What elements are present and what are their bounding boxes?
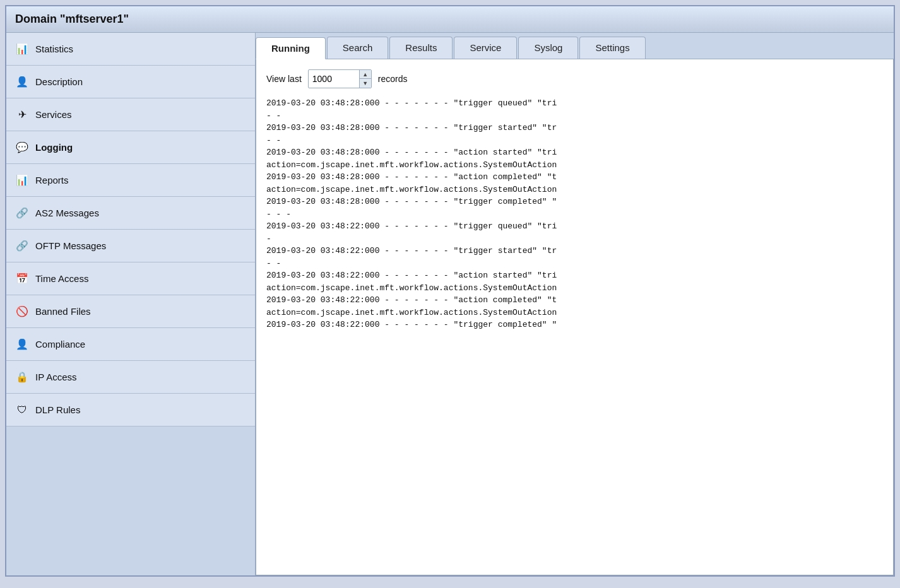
- sidebar-item-as2-messages[interactable]: 🔗 AS2 Messages: [6, 197, 255, 230]
- time-access-icon: 📅: [15, 272, 29, 286]
- main-panel: Running Search Results Service Syslog Se…: [256, 33, 894, 575]
- tab-results[interactable]: Results: [389, 37, 453, 59]
- view-last-bar: View last ▲ ▼ records: [266, 69, 883, 88]
- sidebar-item-time-access[interactable]: 📅 Time Access: [6, 262, 255, 295]
- tab-service[interactable]: Service: [454, 37, 517, 59]
- sidebar-label-description: Description: [35, 76, 83, 87]
- as2-icon: 🔗: [15, 206, 29, 220]
- sidebar-item-description[interactable]: 👤 Description: [6, 66, 255, 98]
- log-line: - -: [266, 110, 883, 122]
- log-line: -: [266, 233, 883, 245]
- sidebar-item-oftp-messages[interactable]: 🔗 OFTP Messages: [6, 230, 255, 262]
- sidebar-item-compliance[interactable]: 👤 Compliance: [6, 328, 255, 361]
- sidebar-label-oftp: OFTP Messages: [35, 240, 106, 251]
- log-line: 2019-03-20 03:48:22:000 - - - - - - - "a…: [266, 269, 883, 282]
- log-line: - -: [266, 134, 883, 147]
- sidebar-label-as2: AS2 Messages: [35, 208, 99, 218]
- spinner-up-button[interactable]: ▲: [360, 70, 371, 79]
- log-area: 2019-03-20 03:48:28:000 - - - - - - - "t…: [266, 97, 883, 331]
- reports-icon: 📊: [15, 173, 29, 187]
- domain-title: Domain "mftserver1": [15, 13, 129, 25]
- tab-syslog[interactable]: Syslog: [518, 37, 578, 59]
- log-line: 2019-03-20 03:48:22:000 - - - - - - - "t…: [266, 319, 883, 331]
- log-line: 2019-03-20 03:48:28:000 - - - - - - - "t…: [266, 97, 883, 110]
- main-wrapper: Domain "mftserver1" 📊 Statistics 👤 Descr…: [5, 5, 895, 577]
- sidebar-label-time-access: Time Access: [35, 273, 88, 284]
- domain-header: Domain "mftserver1": [6, 6, 894, 33]
- log-line: 2019-03-20 03:48:28:000 - - - - - - - "t…: [266, 122, 883, 134]
- sidebar-item-banned-files[interactable]: 🚫 Banned Files: [6, 295, 255, 328]
- records-input-wrapper: ▲ ▼: [308, 69, 372, 88]
- sidebar-item-reports[interactable]: 📊 Reports: [6, 164, 255, 197]
- description-icon: 👤: [15, 75, 29, 89]
- log-line: 2019-03-20 03:48:22:000 - - - - - - - "a…: [266, 294, 883, 307]
- log-line: - -: [266, 257, 883, 270]
- sidebar-label-statistics: Statistics: [35, 44, 73, 54]
- sidebar-label-banned-files: Banned Files: [35, 306, 91, 317]
- sidebar-item-ip-access[interactable]: 🔒 IP Access: [6, 361, 255, 394]
- log-line: - - -: [266, 208, 883, 221]
- compliance-icon: 👤: [15, 338, 29, 351]
- log-line: action=com.jscape.inet.mft.workflow.acti…: [266, 307, 883, 319]
- view-last-label: View last: [266, 74, 302, 84]
- records-spinner: ▲ ▼: [359, 70, 371, 88]
- tab-running[interactable]: Running: [256, 37, 326, 59]
- log-line: 2019-03-20 03:48:28:000 - - - - - - - "a…: [266, 171, 883, 184]
- sidebar-label-reports: Reports: [35, 175, 69, 185]
- sidebar-label-logging: Logging: [35, 142, 73, 153]
- tab-search[interactable]: Search: [327, 37, 389, 59]
- sidebar-item-services[interactable]: ✈ Services: [6, 98, 255, 131]
- ip-access-icon: 🔒: [15, 370, 29, 384]
- content-area: 📊 Statistics 👤 Description ✈ Services 💬 …: [6, 33, 894, 575]
- banned-files-icon: 🚫: [15, 305, 29, 319]
- panel-content: View last ▲ ▼ records 2019-03-20 03:48:2…: [256, 59, 894, 575]
- log-line: action=com.jscape.inet.mft.workflow.acti…: [266, 282, 883, 295]
- spinner-down-button[interactable]: ▼: [360, 79, 371, 88]
- log-line: 2019-03-20 03:48:22:000 - - - - - - - "t…: [266, 245, 883, 257]
- sidebar-item-statistics[interactable]: 📊 Statistics: [6, 33, 255, 66]
- logging-icon: 💬: [15, 141, 29, 155]
- dlp-rules-icon: 🛡: [15, 403, 29, 417]
- records-label: records: [378, 74, 408, 84]
- sidebar-label-services: Services: [35, 109, 72, 120]
- sidebar-item-dlp-rules[interactable]: 🛡 DLP Rules: [6, 394, 255, 426]
- sidebar-item-logging[interactable]: 💬 Logging: [6, 131, 255, 164]
- tabs-bar: Running Search Results Service Syslog Se…: [256, 33, 894, 59]
- oftp-icon: 🔗: [15, 239, 29, 253]
- records-input[interactable]: [309, 71, 359, 86]
- statistics-icon: 📊: [15, 42, 29, 56]
- sidebar: 📊 Statistics 👤 Description ✈ Services 💬 …: [6, 33, 256, 575]
- log-line: 2019-03-20 03:48:28:000 - - - - - - - "a…: [266, 146, 883, 159]
- log-line: 2019-03-20 03:48:22:000 - - - - - - - "t…: [266, 220, 883, 233]
- sidebar-label-compliance: Compliance: [35, 339, 85, 350]
- log-line: 2019-03-20 03:48:28:000 - - - - - - - "t…: [266, 196, 883, 208]
- tab-settings[interactable]: Settings: [579, 37, 645, 59]
- sidebar-label-ip-access: IP Access: [35, 372, 77, 382]
- log-line: action=com.jscape.inet.mft.workflow.acti…: [266, 184, 883, 196]
- sidebar-label-dlp-rules: DLP Rules: [35, 404, 80, 415]
- services-icon: ✈: [15, 108, 29, 122]
- log-line: action=com.jscape.inet.mft.workflow.acti…: [266, 159, 883, 172]
